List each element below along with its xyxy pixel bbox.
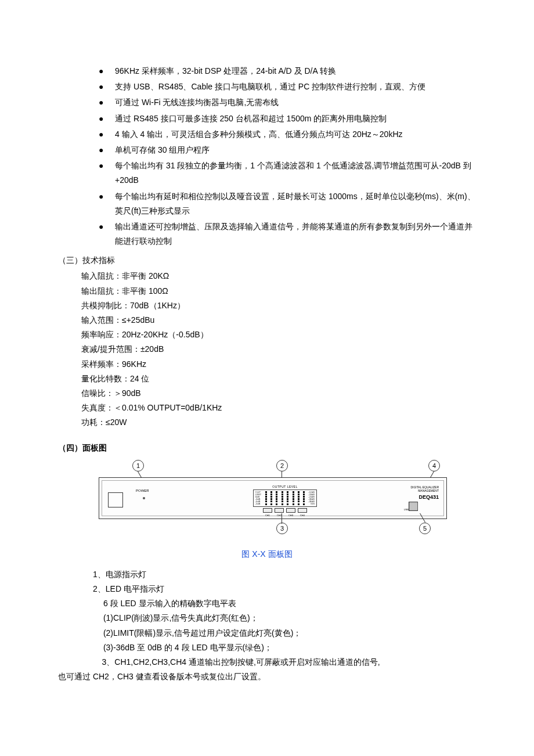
ch3-button[interactable] xyxy=(286,508,295,513)
led-labels-right: -12dB -18dB -24dB -30dB -36dB SIG xyxy=(308,491,315,505)
desc-item-2-sub2: (2)LIMIT(限幅)显示,信号超过用户设定值此灯亮(黄色)； xyxy=(101,626,476,640)
product-name: DEQ431 xyxy=(400,494,439,501)
panel-description: 1、电源指示灯 2、LED 电平指示灯 6 段 LED 显示输入的精确数字电平表… xyxy=(93,567,476,685)
callout-1: 1 xyxy=(132,460,144,471)
led-col-1 xyxy=(264,491,268,505)
spec-line: 共模抑制比：70dB（1KHz） xyxy=(81,298,476,313)
power-led-icon xyxy=(143,497,145,499)
usb-port-icon xyxy=(409,502,418,511)
brand-line-2: MANAGEMENT xyxy=(400,489,439,492)
spec-line: 输入阻抗：非平衡 20KΩ xyxy=(81,269,476,283)
bullet-text: 96KHz 采样频率，32-bit DSP 处理器，24-bit A/D 及 D… xyxy=(115,66,336,75)
ch3-label: CH3 xyxy=(288,513,293,517)
led-scale: SIG xyxy=(308,503,315,505)
usb-label: USB xyxy=(404,507,409,512)
led-col-7 xyxy=(297,491,300,505)
desc-item-2-sub3: (3)-36dB 至 0dB 的 4 段 LED 电平显示(绿色)； xyxy=(101,640,476,655)
bullet-item: 每个输出均有延时和相位控制以及哑音设置，延时最长可达 1000ms，延时单位以毫… xyxy=(99,189,476,218)
bullet-item: 通过 RS485 接口可最多连接 250 台机器和超过 1500m 的距离外用电… xyxy=(99,111,476,126)
led-col-4 xyxy=(280,491,284,505)
callout-4: 4 xyxy=(428,460,440,471)
ch4-button[interactable] xyxy=(298,508,307,513)
ch2-label: CH2 xyxy=(277,513,282,517)
bullet-text: 可通过 Wi-Fi 无线连接均衡器与电脑,无需布线 xyxy=(115,98,279,107)
led-col-5 xyxy=(286,491,290,505)
brand-logo xyxy=(108,492,123,507)
desc-item-3-line2: 也可通过 CH2，CH3 健查看设备版本号或复位出厂设置。 xyxy=(58,669,476,684)
output-level-title: OUTPUT LEVEL xyxy=(253,484,317,489)
bullet-text: 单机可存储 30 组用户程序 xyxy=(115,145,210,154)
document-page: 96KHz 采样频率，32-bit DSP 处理器，24-bit A/D 及 D… xyxy=(0,0,534,756)
callout-line xyxy=(282,513,282,524)
panel-figure: 1 2 4 POWER OUTPUT LEVEL CLIP LIMIT xyxy=(99,460,447,537)
desc-item-3-line1: 3、CH1,CH2,CH3,CH4 通道输出控制按键,可屏蔽或开启对应输出通道的… xyxy=(93,655,476,669)
bullet-item: 单机可存储 30 组用户程序 xyxy=(99,143,476,157)
callout-2: 2 xyxy=(276,460,288,471)
bullet-item: 每个输出均有 31 段独立的参量均衡，1 个高通滤波器和 1 个低通滤波器,调节… xyxy=(99,159,476,188)
section-3-title: （三）技术指标 xyxy=(58,253,476,268)
callouts-bottom: 3 5 xyxy=(99,519,447,537)
desc-item-2: 2、LED 电平指示灯 xyxy=(93,582,476,596)
bullet-item: 支持 USB、RS485、Cable 接口与电脑联机，通过 PC 控制软件进行控… xyxy=(99,80,476,94)
spec-line: 输出阻抗：非平衡 100Ω xyxy=(81,284,476,298)
desc-item-1: 1、电源指示灯 xyxy=(93,567,476,582)
bullet-item: 96KHz 采样频率，32-bit DSP 处理器，24-bit A/D 及 D… xyxy=(99,64,476,78)
power-label: POWER xyxy=(136,488,149,494)
desc-item-2-note: 6 段 LED 显示输入的精确数字电平表 xyxy=(101,596,476,611)
callout-3: 3 xyxy=(276,523,288,534)
desc-item-2-sub1: (1)CLIP(削波)显示,信号失真此灯亮(红色)； xyxy=(101,611,476,625)
spec-line: 失真度：＜0.01% OUTPUT=0dB/1KHz xyxy=(81,401,476,415)
led-col-8 xyxy=(302,491,306,505)
led-col-2 xyxy=(269,491,273,505)
spec-line: 频率响应：20Hz-20KHz（-0.5dB） xyxy=(81,327,476,342)
spec-line: 衰减/提升范围：±20dB xyxy=(81,342,476,357)
spec-line: 输入范围：≤+25dBu xyxy=(81,313,476,327)
ch4-label: CH4 xyxy=(300,513,305,517)
spec-line: 功耗：≤20W xyxy=(81,415,476,430)
bullet-text: 每个输出均有延时和相位控制以及哑音设置，延时最长可达 1000ms，延时单位以毫… xyxy=(115,192,475,215)
panel-inner: POWER OUTPUT LEVEL CLIP LIMIT 0dB -3dB -… xyxy=(102,480,444,516)
led-grid: CLIP LIMIT 0dB -3dB -6dB -9dB xyxy=(253,489,317,507)
section-4-title: （四）面板图 xyxy=(58,441,476,455)
led-labels-left: CLIP LIMIT 0dB -3dB -6dB -9dB xyxy=(255,491,262,505)
callout-5: 5 xyxy=(419,523,431,534)
led-col-3 xyxy=(275,491,279,505)
output-level-block: OUTPUT LEVEL CLIP LIMIT 0dB -3dB -6dB -9… xyxy=(253,484,317,517)
panel-box: POWER OUTPUT LEVEL CLIP LIMIT 0dB -3dB -… xyxy=(99,477,447,519)
bullet-item: 可通过 Wi-Fi 无线连接均衡器与电脑,无需布线 xyxy=(99,95,476,110)
spec-line: 量化比特数：24 位 xyxy=(81,372,476,386)
brand-block: DIGITAL EQUALIZER MANAGEMENT DEQ431 xyxy=(400,485,439,501)
bullet-text: 通过 RS485 接口可最多连接 250 台机器和超过 1500m 的距离外用电… xyxy=(115,114,387,123)
callouts-top: 1 2 4 xyxy=(99,460,447,477)
ch2-button[interactable] xyxy=(275,508,284,513)
led-scale: -9dB xyxy=(255,503,262,505)
channel-button-row: CH1 CH2 CH3 CH4 xyxy=(253,508,317,517)
spec-line: 采样频率：96KHz xyxy=(81,357,476,372)
bullet-text: 支持 USB、RS485、Cable 接口与电脑联机，通过 PC 控制软件进行控… xyxy=(115,82,425,91)
bullet-text: 4 输入 4 输出，可灵活组合多种分频模式，高、低通分频点均可达 20Hz～20… xyxy=(115,129,403,139)
bullet-item: 4 输入 4 输出，可灵活组合多种分频模式，高、低通分频点均可达 20Hz～20… xyxy=(99,127,476,142)
bullet-text: 每个输出均有 31 段独立的参量均衡，1 个高通滤波器和 1 个低通滤波器,调节… xyxy=(115,161,471,185)
bullet-item: 输出通道还可控制增益、压限及选择输入通道信号，并能将某通道的所有参数复制到另外一… xyxy=(99,219,476,249)
figure-caption: 图 X-X 面板图 xyxy=(58,547,476,561)
led-col-6 xyxy=(291,491,295,505)
spec-list: 输入阻抗：非平衡 20KΩ 输出阻抗：非平衡 100Ω 共模抑制比：70dB（1… xyxy=(81,269,476,430)
feature-bullet-list: 96KHz 采样频率，32-bit DSP 处理器，24-bit A/D 及 D… xyxy=(58,64,476,249)
bullet-text: 输出通道还可控制增益、压限及选择输入通道信号，并能将某通道的所有参数复制到另外一… xyxy=(115,222,472,246)
spec-line: 信噪比：＞90dB xyxy=(81,386,476,401)
ch1-button[interactable] xyxy=(263,508,272,513)
ch1-label: CH1 xyxy=(265,513,270,517)
